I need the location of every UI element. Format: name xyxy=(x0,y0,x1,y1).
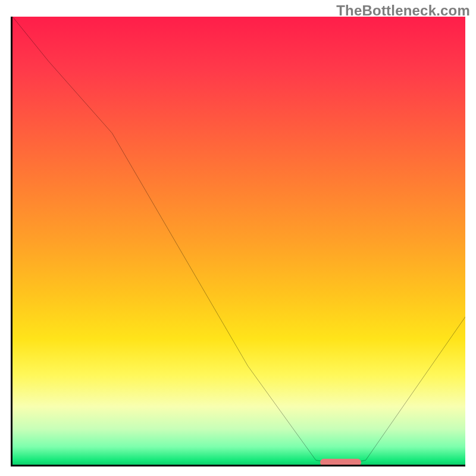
optimum-marker xyxy=(320,459,361,466)
bottleneck-curve xyxy=(12,17,465,465)
plot-area xyxy=(11,17,465,466)
curve-path xyxy=(12,17,465,465)
chart-stage: TheBottleneck.com xyxy=(0,0,476,476)
